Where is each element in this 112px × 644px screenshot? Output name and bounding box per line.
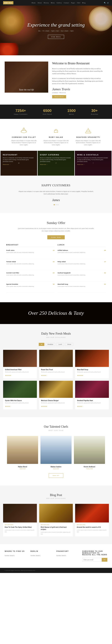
nav-pages[interactable]: Pages <box>71 2 75 4</box>
chef-0[interactable]: Halan Burd Head Chef <box>7 436 38 470</box>
blog-post-1[interactable]: SEP 03TH 2019 Rich flavour of grill met … <box>39 504 73 536</box>
hero-content: Experience the grand setting Mo – Fri 10… <box>28 22 85 39</box>
chef-0-role: Head Chef <box>7 468 38 470</box>
service-catering-link[interactable]: Read more → <box>40 164 72 165</box>
service-catering-desc: Bruno is a restaurant, but all family re… <box>40 157 72 162</box>
dot-0[interactable] <box>54 204 55 205</box>
search-icon[interactable]: 🔍 <box>104 2 106 4</box>
blog-1-title: Rich flavour of grill met & find best re… <box>39 526 73 531</box>
meal-card-2[interactable]: Meat Ball Soup Restaurant, gorge peret q… <box>75 350 109 378</box>
menu-item-1: RUBY SALAD Aliquam erat volutpat. In ut … <box>40 127 72 146</box>
meal-card-5[interactable]: Smoked Paprika Ham Restaurant, gorge per… <box>75 381 109 409</box>
meal-card-0[interactable]: Grilled American Fillet Restaurant, gorg… <box>3 350 37 378</box>
subscribe-row: GO <box>82 558 107 562</box>
service-wine-content: WINE & COCKTAILS Bruno is a restaurant, … <box>75 151 112 176</box>
nav-home[interactable]: Home <box>32 2 36 4</box>
meal-5-desc: Restaurant, gorge peret quite pretty dec… <box>77 402 107 404</box>
dot-1[interactable] <box>56 204 56 205</box>
breakfast-item-2: Cornish Cod Fillet Lorem ipsum dolor sit… <box>6 272 54 281</box>
service-wine[interactable]: 🍷 WINE & COCKTAILS Bruno is a restaurant… <box>75 151 112 176</box>
footer-col-subscribe: Subscribe to Our Newsletter to Receive A… <box>82 550 107 562</box>
hero-hours: Mo – Fri 10am – 5pm | Sat – Sun 10am – 8… <box>28 30 85 32</box>
blog-2-date: SEP 03TH 2019 <box>75 522 109 526</box>
footer-col-where: Where to Find Us Number Street 8 <box>5 550 28 562</box>
see-all-chefs-button[interactable]: See All <box>49 473 63 478</box>
filter-lunch[interactable]: Lunch <box>56 343 64 346</box>
welcome-heading: Welcome to Bruno Restaurant <box>52 62 104 65</box>
stat-happy-label: Happy Customers <box>14 114 28 115</box>
welcome-signature: James Travis <box>52 87 104 91</box>
blog-post-2[interactable]: SEP 03TH 2019 Around the world in search… <box>75 504 109 536</box>
nav-contact[interactable]: Contact <box>64 2 69 4</box>
stat-dishes-label: Dish Placed <box>43 114 52 115</box>
meal-card-3[interactable]: Oyster With Hot Sauce Restaurant, gorge … <box>3 381 37 409</box>
blog-0-img <box>3 504 37 522</box>
footer-copyright: © 2019 All Rights Reserved. Made by brun… <box>5 570 36 571</box>
nav-menu[interactable]: Menu <box>51 2 55 4</box>
meal-card-1[interactable]: Roast Sea Trout Restaurant, gorge peret … <box>39 350 73 378</box>
welcome-image: Taste the real life <box>5 62 48 92</box>
order-now-button[interactable]: Order Now <box>47 235 65 239</box>
meal-2-stars: ★★★★★ <box>77 375 83 376</box>
breakfast-heading: BREAKFAST <box>6 244 54 247</box>
lunch-item-3-price: 21 <box>104 283 106 290</box>
breakfast-item-0-name: Fresh Juice <box>6 250 34 251</box>
navbar: BRUNO Home About History Menu Gallery Co… <box>0 0 112 6</box>
nav-history[interactable]: History <box>44 2 49 4</box>
dot-2[interactable] <box>58 204 58 205</box>
stat-menus: 1500 Menus <box>67 108 76 115</box>
breakfast-col: BREAKFAST Fresh Juice Lorem ipsum dolor … <box>6 244 54 294</box>
stat-happy-number: 7254+ <box>14 108 28 113</box>
footer-where-heading: Where to Find Us <box>5 550 28 552</box>
lunch-item-0-desc: Lorem ipsum dolor sit amet consectetur a… <box>58 252 85 254</box>
subscribe-button[interactable]: GO <box>102 558 107 562</box>
subscribe-input[interactable] <box>82 558 102 562</box>
chef-1-name: Babas badon <box>40 466 72 468</box>
blog-2-desc: Lorem ipsum dolor sit amet consectetur a… <box>75 529 109 534</box>
svg-rect-5 <box>86 132 91 133</box>
svg-point-2 <box>55 130 56 131</box>
nav-gallery[interactable]: Gallery <box>56 2 62 4</box>
testimonials-signature: James <box>12 198 100 202</box>
welcome-image-overlay: Taste the real life <box>5 88 48 91</box>
service-restaurant[interactable]: 🍽️ RESTAURANT Bruno is a restaurant, but… <box>0 151 37 176</box>
hero-tomatoes <box>0 43 19 55</box>
meal-4-img <box>39 381 73 398</box>
breakfast-item-2-price: 23 <box>53 272 54 279</box>
filter-dinner[interactable]: Dinner <box>65 343 73 346</box>
daily-meals-heading: Daily New Fresh Meals <box>3 332 109 335</box>
lunch-item-3: Meat Ball Soup Lorem ipsum dolor sit ame… <box>58 283 106 293</box>
meal-3-desc: Restaurant, gorge peret quite pretty dec… <box>5 402 35 404</box>
nav-logo[interactable]: BRUNO <box>3 1 14 4</box>
read-more-button[interactable]: Read More <box>52 95 66 98</box>
service-wine-link[interactable]: Read more → <box>77 164 109 165</box>
menu-item-1-desc: Aliquam erat volutpat. In ut quam vitae … <box>42 140 70 146</box>
meal-4-desc: Restaurant, gorge peret quite pretty dec… <box>41 402 71 404</box>
stat-branches-label: Branches <box>91 114 98 115</box>
nav-about[interactable]: About <box>38 2 42 4</box>
stat-menus-label: Menus <box>67 114 76 115</box>
menu-item-0-icon <box>19 127 28 134</box>
service-catering[interactable]: 🥂 EVENT CATERING Bruno is a restaurant, … <box>38 151 74 176</box>
chef-2[interactable]: Kevin Anthoni Pastry Chef <box>74 436 105 470</box>
footer-cols: Where to Find Us Number Street 8 Berlin … <box>5 550 107 562</box>
filter-breakfast[interactable]: Breakfast <box>46 343 55 346</box>
blog-heading: Blog Post <box>3 493 109 497</box>
nav-chef[interactable]: Chef <box>77 2 80 4</box>
service-restaurant-title: RESTAURANT <box>3 154 35 156</box>
testimonials-section: HAPPY CUSTOMERS Aliquam erat volutpat. I… <box>0 176 112 213</box>
blog-post-0[interactable]: SEP 03TH 2019 How To Cook The Spicy Gril… <box>3 504 37 536</box>
meal-5-name: Smoked Paprika Ham <box>77 400 107 402</box>
service-restaurant-desc: Bruno is a restaurant, but all family re… <box>3 157 35 162</box>
lunch-item-3-desc: Lorem ipsum dolor sit amet consectetur a… <box>58 285 85 288</box>
filter-all[interactable]: All <box>39 343 44 346</box>
daily-meals-section: Daily New Fresh Meals SEE OUR CATALOUGE … <box>0 324 112 417</box>
cart-icon[interactable]: 🛒 <box>107 2 109 4</box>
meal-card-4[interactable]: Mexican Cheese Burger Restaurant, gorge … <box>39 381 73 409</box>
view-menu-button[interactable]: View Menu <box>48 35 64 39</box>
chef-1[interactable]: Babas badon Sous Chef <box>40 436 72 470</box>
footer-where-address: Number Street 8 <box>5 554 28 557</box>
service-restaurant-link[interactable]: Read more → <box>3 164 35 165</box>
testimonials-heading: HAPPY CUSTOMERS <box>12 184 100 187</box>
nav-blog[interactable]: Blog <box>82 2 86 4</box>
